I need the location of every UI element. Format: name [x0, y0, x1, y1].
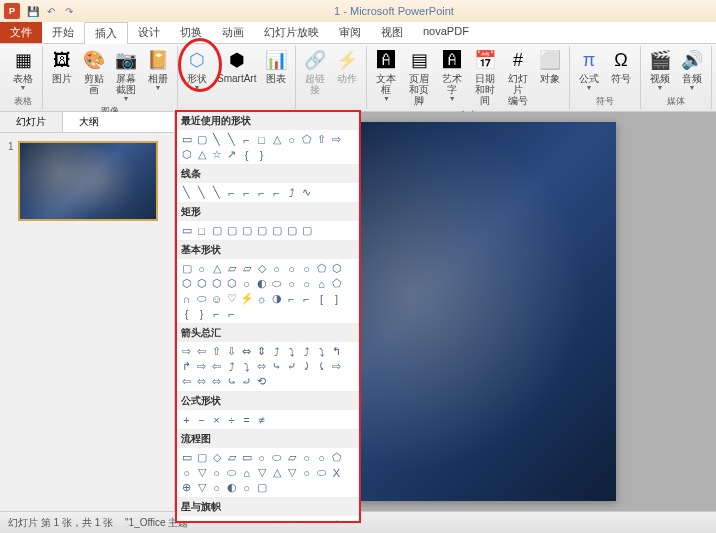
- shape-item[interactable]: ⌐: [239, 185, 254, 200]
- shape-item[interactable]: ⇕: [254, 344, 269, 359]
- shape-item[interactable]: ⇧: [314, 132, 329, 147]
- shape-item[interactable]: ⬡: [284, 518, 299, 523]
- shape-item[interactable]: ◑: [269, 291, 284, 306]
- shape-item[interactable]: ⌐: [239, 132, 254, 147]
- shape-item[interactable]: ⤿: [224, 374, 239, 389]
- shape-item[interactable]: ▱: [224, 450, 239, 465]
- tab-file[interactable]: 文件: [0, 22, 42, 43]
- shape-item[interactable]: ▱: [239, 261, 254, 276]
- shape-item[interactable]: ▢: [299, 223, 314, 238]
- shape-item[interactable]: ⚡: [239, 291, 254, 306]
- shape-item[interactable]: ✦: [179, 518, 194, 523]
- ribbon-header-footer[interactable]: ▤页眉和页脚: [403, 46, 435, 108]
- shape-item[interactable]: ✦: [239, 518, 254, 523]
- shape-item[interactable]: ◇: [254, 261, 269, 276]
- shape-item[interactable]: ⌐: [269, 185, 284, 200]
- ribbon-action[interactable]: ⚡动作: [332, 46, 362, 109]
- shape-item[interactable]: ×: [209, 412, 224, 427]
- shape-item[interactable]: ◐: [254, 276, 269, 291]
- shape-item[interactable]: ⤴: [284, 185, 299, 200]
- shape-item[interactable]: ⌐: [209, 306, 224, 321]
- shape-item[interactable]: ⇨: [179, 344, 194, 359]
- shape-item[interactable]: ╲: [209, 132, 224, 147]
- tab-slideshow[interactable]: 幻灯片放映: [254, 22, 329, 43]
- ribbon-chart[interactable]: 📊图表: [261, 46, 291, 109]
- shape-item[interactable]: ⌐: [299, 291, 314, 306]
- shape-item[interactable]: ▱: [284, 450, 299, 465]
- shape-item[interactable]: ▽: [194, 480, 209, 495]
- shape-item[interactable]: ⇔: [239, 344, 254, 359]
- shape-item[interactable]: ▢: [194, 132, 209, 147]
- ribbon-clipart[interactable]: 🎨剪贴画: [79, 46, 109, 104]
- shape-item[interactable]: ▭: [179, 223, 194, 238]
- shape-item[interactable]: ♡: [224, 291, 239, 306]
- shape-item[interactable]: }: [194, 306, 209, 321]
- ribbon-slidenum[interactable]: #幻灯片 编号: [503, 46, 533, 108]
- shape-item[interactable]: □: [254, 132, 269, 147]
- shape-item[interactable]: ⬄: [209, 374, 224, 389]
- shape-item[interactable]: ⤴: [299, 344, 314, 359]
- shape-item[interactable]: ⬠: [329, 518, 344, 523]
- ribbon-screenshot[interactable]: 📷屏幕截图▼: [111, 46, 141, 104]
- tab-view[interactable]: 视图: [371, 22, 413, 43]
- shape-item[interactable]: ○: [284, 261, 299, 276]
- shape-item[interactable]: △: [269, 465, 284, 480]
- shape-item[interactable]: ▢: [269, 223, 284, 238]
- shape-item[interactable]: ◐: [224, 480, 239, 495]
- ribbon-datetime[interactable]: 📅日期和时间: [469, 46, 501, 108]
- shape-item[interactable]: ▢: [254, 480, 269, 495]
- redo-icon[interactable]: ↷: [62, 4, 76, 18]
- shape-item[interactable]: ⬡: [329, 261, 344, 276]
- shape-item[interactable]: ○: [254, 450, 269, 465]
- shape-item[interactable]: ○: [179, 465, 194, 480]
- shape-item[interactable]: ≠: [254, 412, 269, 427]
- tab-animations[interactable]: 动画: [212, 22, 254, 43]
- shape-item[interactable]: ☼: [254, 291, 269, 306]
- shape-item[interactable]: ↱: [179, 359, 194, 374]
- shape-item[interactable]: ⌐: [224, 306, 239, 321]
- shape-item[interactable]: {: [239, 147, 254, 162]
- shape-item[interactable]: ⬡: [194, 276, 209, 291]
- tab-insert[interactable]: 插入: [84, 22, 128, 44]
- shape-item[interactable]: ⬭: [224, 465, 239, 480]
- shape-item[interactable]: −: [194, 412, 209, 427]
- save-icon[interactable]: 💾: [26, 4, 40, 18]
- ribbon-table[interactable]: ▦ 表格 ▼: [8, 46, 38, 94]
- tab-novapdf[interactable]: novaPDF: [413, 22, 479, 43]
- ribbon-audio[interactable]: 🔊音频▼: [677, 46, 707, 94]
- shape-item[interactable]: ✦: [299, 518, 314, 523]
- shape-item[interactable]: ⬭: [194, 291, 209, 306]
- shape-item[interactable]: ▢: [209, 223, 224, 238]
- shape-item[interactable]: ▢: [224, 223, 239, 238]
- shape-item[interactable]: ⬡: [179, 147, 194, 162]
- ribbon-album[interactable]: 📔相册▼: [143, 46, 173, 104]
- shape-item[interactable]: ☆: [224, 518, 239, 523]
- shape-item[interactable]: ○: [209, 465, 224, 480]
- shape-item[interactable]: ⬄: [194, 374, 209, 389]
- ribbon-symbol[interactable]: Ω符号: [606, 46, 636, 94]
- shape-item[interactable]: ○: [299, 261, 314, 276]
- shape-item[interactable]: X: [329, 465, 344, 480]
- shape-item[interactable]: ⇨: [329, 132, 344, 147]
- shape-item[interactable]: ⤵: [239, 359, 254, 374]
- shape-item[interactable]: ⤵: [314, 344, 329, 359]
- shape-item[interactable]: ○: [284, 276, 299, 291]
- shape-item[interactable]: ⌂: [239, 465, 254, 480]
- shape-item[interactable]: ✦: [209, 518, 224, 523]
- shape-item[interactable]: ▢: [179, 261, 194, 276]
- shape-item[interactable]: ⤸: [299, 359, 314, 374]
- shape-item[interactable]: ⬭: [269, 276, 284, 291]
- shape-item[interactable]: ⤴: [224, 359, 239, 374]
- shape-item[interactable]: ╲: [209, 185, 224, 200]
- ribbon-textbox[interactable]: 🅰文本框▼: [371, 46, 401, 108]
- shape-item[interactable]: [: [314, 291, 329, 306]
- shape-item[interactable]: ⬄: [254, 359, 269, 374]
- ribbon-smartart[interactable]: ⬢SmartArt: [214, 46, 259, 109]
- shape-item[interactable]: ⤷: [269, 359, 284, 374]
- shape-item[interactable]: ○: [299, 450, 314, 465]
- shape-item[interactable]: ○: [209, 480, 224, 495]
- shape-item[interactable]: ∿: [299, 185, 314, 200]
- shape-item[interactable]: ⇨: [194, 359, 209, 374]
- shape-item[interactable]: ☺: [209, 291, 224, 306]
- shape-item[interactable]: ⇦: [179, 374, 194, 389]
